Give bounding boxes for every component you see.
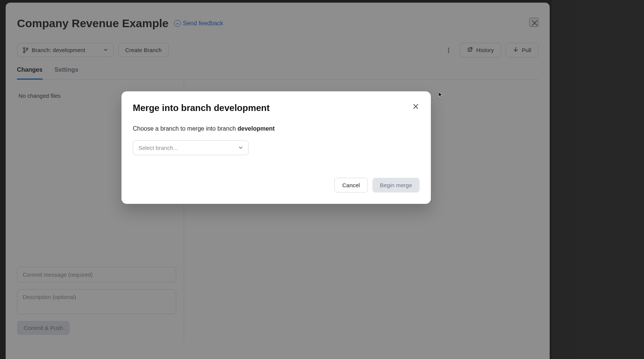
modal-close-button[interactable] bbox=[412, 103, 420, 110]
merge-modal: Merge into branch development Choose a b… bbox=[121, 91, 431, 204]
chevron-down-icon bbox=[238, 145, 243, 151]
cancel-button[interactable]: Cancel bbox=[334, 178, 368, 193]
modal-instruction: Choose a branch to merge into branch dev… bbox=[133, 125, 420, 132]
modal-target-branch: development bbox=[238, 125, 275, 132]
modal-body-prefix: Choose a branch to merge into branch bbox=[133, 125, 238, 132]
modal-footer: Cancel Begin merge bbox=[133, 178, 420, 193]
begin-merge-button[interactable]: Begin merge bbox=[372, 178, 420, 193]
select-placeholder: Select branch... bbox=[138, 145, 178, 151]
modal-header: Merge into branch development bbox=[133, 103, 420, 113]
close-icon bbox=[412, 103, 420, 110]
modal-title: Merge into branch development bbox=[133, 103, 270, 113]
source-branch-select[interactable]: Select branch... bbox=[133, 140, 249, 155]
